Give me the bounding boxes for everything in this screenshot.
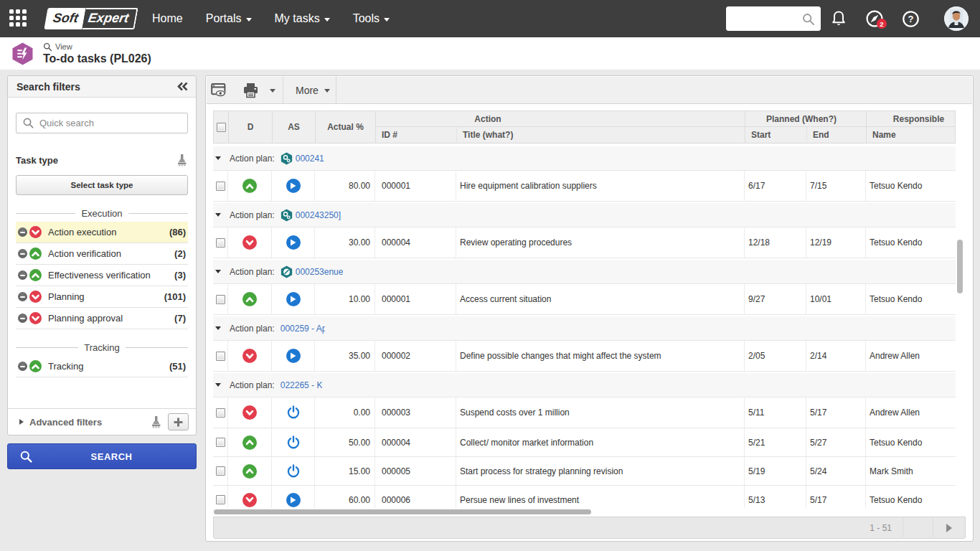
next-page-button[interactable] [933, 517, 965, 539]
row-checkbox[interactable] [216, 495, 225, 504]
action-id-cell: 000006 [375, 486, 456, 508]
row-checkbox[interactable] [216, 466, 225, 476]
column-header-start[interactable]: Start [745, 127, 807, 142]
task-filter-effectiveness-verification[interactable]: Effectiveness verification(3) [16, 265, 188, 286]
column-header-end[interactable]: End [807, 127, 866, 142]
action-plan-link[interactable]: 000253enue [296, 267, 344, 277]
group-label: Action plan: [230, 154, 275, 164]
column-header-as[interactable]: AS [273, 111, 316, 143]
advanced-filters-label[interactable]: Advanced filters [29, 417, 102, 428]
horizontal-scrollbar-thumb[interactable] [214, 509, 591, 514]
action-plan-link[interactable]: 000259 - Ap [281, 324, 325, 334]
group-label: Action plan: [230, 267, 275, 277]
exclude-filter-icon[interactable] [18, 227, 27, 237]
chevron-down-icon [324, 18, 330, 22]
task-row[interactable]: 50.00000004Collect/ monitor market infor… [213, 428, 956, 457]
nav-item-portals[interactable]: Portals [194, 5, 263, 32]
exclude-filter-icon[interactable] [18, 270, 27, 280]
select-task-type-button[interactable]: Select task type [16, 175, 188, 195]
action-plan-link[interactable]: 000241 [296, 154, 324, 164]
planned-end-cell: 5/27 [806, 428, 866, 456]
row-checkbox[interactable] [216, 238, 225, 248]
planned-end-cell: 10/01 [806, 284, 866, 314]
action-id-cell: 000005 [375, 457, 456, 485]
trend-up-icon [29, 360, 42, 372]
column-group-responsible[interactable]: Responsible [867, 111, 955, 127]
collapse-group-icon[interactable] [215, 326, 221, 330]
help-icon[interactable]: ? [900, 8, 921, 29]
column-header-title[interactable]: Title (what?) [457, 127, 745, 142]
deadline-cell [228, 284, 272, 314]
nav-item-home[interactable]: Home [141, 5, 194, 32]
collapse-group-icon[interactable] [215, 156, 221, 160]
column-header-id[interactable]: ID # [376, 127, 457, 142]
action-plan-link[interactable]: 022265 - K [281, 380, 323, 390]
exclude-filter-icon[interactable] [18, 249, 27, 258]
row-checkbox[interactable] [216, 295, 225, 304]
action-title-cell: Review operating procedures [456, 227, 745, 258]
select-all-checkbox[interactable] [217, 123, 226, 132]
column-header-d[interactable]: D [229, 111, 273, 143]
row-checkbox[interactable] [216, 408, 225, 418]
collapse-group-icon[interactable] [215, 270, 221, 273]
task-filter-planning-approval[interactable]: Planning approval(7) [16, 308, 188, 329]
action-id-cell: 000002 [375, 341, 456, 371]
row-checkbox[interactable] [216, 438, 225, 447]
view-record-icon [211, 83, 227, 98]
task-filter-action-execution[interactable]: Action execution(86) [16, 222, 188, 243]
logo-part-expert: Expert [82, 8, 138, 29]
nav-item-tools[interactable]: Tools [341, 5, 401, 32]
nav-item-label: My tasks [275, 12, 320, 25]
actual-percent-cell: 10.00 [315, 284, 375, 314]
view-record-button[interactable] [207, 77, 235, 104]
add-filter-button[interactable] [168, 413, 189, 430]
column-group-action[interactable]: Action [376, 111, 745, 127]
more-button[interactable]: More [283, 77, 336, 104]
task-row[interactable]: 35.00000002Define possible changes that … [213, 341, 956, 372]
task-filter-count: (7) [174, 313, 186, 324]
collapse-group-icon[interactable] [215, 383, 221, 387]
group-row: Action plan:022265 - K [213, 373, 956, 397]
collapse-panel-icon[interactable] [176, 81, 189, 92]
task-row[interactable]: 0.00000003Suspend costs over 1 million5/… [213, 397, 956, 428]
column-group-planned[interactable]: Planned (When?) [745, 111, 866, 127]
clear-advanced-filter-icon[interactable] [150, 415, 162, 428]
action-title-cell: Suspend costs over 1 million [456, 397, 745, 428]
search-button[interactable]: SEARCH [7, 443, 197, 469]
column-header-name[interactable]: Name [867, 127, 955, 142]
advanced-filters-expand-icon[interactable] [19, 419, 24, 425]
task-row[interactable]: 15.00000005Start process for strategy pl… [213, 457, 956, 486]
task-filter-label: Planning [48, 291, 85, 302]
exclude-filter-icon[interactable] [18, 292, 27, 301]
print-options-caret[interactable] [267, 77, 283, 104]
softexpert-logo[interactable]: Soft Expert [44, 8, 138, 29]
task-filter-tracking[interactable]: Tracking(51) [16, 356, 188, 377]
apps-grid-icon[interactable] [9, 9, 28, 28]
notifications-bell-icon[interactable] [828, 8, 849, 29]
action-status-cell [272, 284, 315, 314]
action-plan-link[interactable]: 000243250] [296, 210, 341, 220]
task-row[interactable]: 80.00000001Hire equipment calibration su… [213, 171, 956, 202]
row-checkbox[interactable] [216, 182, 225, 191]
quick-search-input[interactable] [39, 118, 182, 128]
tasks-grid: D AS Actual % Action ID # Title (what?) … [213, 110, 966, 539]
print-button[interactable] [235, 77, 267, 104]
task-filter-action-verification[interactable]: Action verification(2) [16, 243, 188, 265]
exclude-filter-icon[interactable] [18, 362, 27, 371]
task-row[interactable]: 60.00000006Persue new lines of investmen… [213, 486, 956, 508]
task-row[interactable]: 10.00000001Access current situation9/271… [213, 284, 956, 315]
row-checkbox[interactable] [216, 352, 225, 361]
task-row[interactable]: 30.00000004Review operating procedures12… [213, 227, 956, 258]
collapse-group-icon[interactable] [215, 213, 221, 217]
user-avatar[interactable] [944, 6, 969, 31]
nav-item-my-tasks[interactable]: My tasks [263, 5, 341, 32]
action-status-cell [272, 457, 315, 485]
vertical-scrollbar-thumb[interactable] [957, 240, 963, 293]
divider-line [16, 213, 75, 214]
column-header-actual[interactable]: Actual % [316, 111, 376, 143]
exclude-filter-icon[interactable] [18, 314, 27, 323]
clear-filter-icon[interactable] [176, 154, 188, 166]
advanced-filters-row: Advanced filters [8, 408, 196, 435]
pending-tasks-icon[interactable]: 2 [864, 8, 885, 29]
task-filter-planning[interactable]: Planning(101) [16, 286, 188, 308]
